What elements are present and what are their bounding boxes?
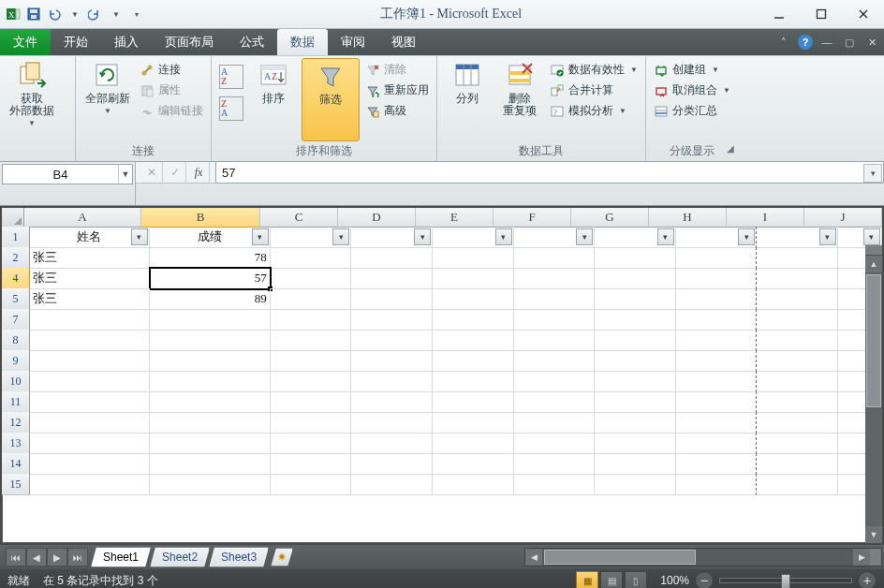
cell-I14[interactable]: [757, 453, 838, 475]
filter-dropdown-E[interactable]: ▾: [495, 228, 512, 245]
cell-E11[interactable]: [433, 391, 514, 413]
cell-I13[interactable]: [757, 433, 838, 454]
cell-D15[interactable]: [351, 474, 433, 495]
cell-F9[interactable]: [514, 350, 596, 372]
cell-C9[interactable]: [271, 350, 352, 372]
cell-A7[interactable]: [30, 309, 149, 331]
cell-G8[interactable]: [595, 330, 676, 351]
cell-H13[interactable]: [676, 433, 758, 454]
cell-I15[interactable]: [757, 474, 838, 495]
cell-H4[interactable]: [676, 268, 758, 289]
cell-E2[interactable]: [433, 247, 514, 269]
cell-B4[interactable]: 57: [150, 268, 271, 289]
column-header-H[interactable]: H: [649, 208, 727, 228]
formula-bar-expand-icon[interactable]: ▾: [863, 164, 882, 183]
ribbon-minimize-icon[interactable]: ˄: [775, 34, 792, 51]
cell-A11[interactable]: [30, 391, 149, 413]
cell-E7[interactable]: [433, 309, 514, 331]
cell-A12[interactable]: [30, 412, 149, 434]
cell-F5[interactable]: [514, 288, 596, 310]
cell-G10[interactable]: [595, 371, 676, 392]
sheet-tab-sheet1[interactable]: Sheet1: [91, 547, 151, 567]
cell-F7[interactable]: [514, 309, 596, 331]
scroll-thumb-h[interactable]: [544, 550, 696, 565]
sort-asc-button[interactable]: AZ: [217, 64, 245, 90]
mdi-close-icon[interactable]: ✕: [863, 34, 880, 51]
column-header-C[interactable]: C: [260, 208, 338, 228]
scroll-up-icon[interactable]: ▲: [865, 256, 882, 272]
cell-C10[interactable]: [271, 371, 352, 392]
cell-A14[interactable]: [30, 453, 149, 475]
tab-home[interactable]: 开始: [51, 29, 101, 55]
cell-E4[interactable]: [433, 268, 514, 289]
tab-formulas[interactable]: 公式: [227, 29, 277, 55]
cell-I9[interactable]: [757, 350, 838, 372]
cell-D14[interactable]: [351, 453, 433, 475]
filter-dropdown-G[interactable]: ▾: [657, 228, 674, 245]
split-box-v[interactable]: [865, 245, 882, 256]
filter-dropdown-C[interactable]: ▾: [332, 228, 349, 245]
cell-G11[interactable]: [595, 391, 676, 413]
view-normal-button[interactable]: ▦: [576, 571, 598, 588]
cell-G14[interactable]: [595, 453, 676, 475]
what-if-button[interactable]: ? 模拟分析 ▼: [548, 102, 640, 120]
cell-H1[interactable]: ▾: [676, 227, 758, 248]
fx-icon[interactable]: fx: [188, 162, 210, 183]
sheet-nav-first-icon[interactable]: ⏮: [6, 548, 26, 566]
cell-H7[interactable]: [676, 309, 758, 331]
ungroup-button[interactable]: 取消组合 ▼: [652, 81, 732, 99]
column-header-B[interactable]: B: [141, 208, 260, 228]
cell-B14[interactable]: [150, 453, 271, 475]
cell-G4[interactable]: [595, 268, 676, 289]
maximize-button[interactable]: [800, 4, 842, 24]
cell-I12[interactable]: [757, 412, 838, 434]
cell-B12[interactable]: [150, 412, 271, 434]
group-button[interactable]: 创建组 ▼: [652, 61, 732, 79]
sheet-tab-sheet2[interactable]: Sheet2: [150, 547, 210, 567]
filter-dropdown-D[interactable]: ▾: [414, 228, 431, 245]
scroll-left-icon[interactable]: ◀: [525, 549, 542, 566]
cell-A2[interactable]: 张三: [30, 247, 149, 269]
row-header-2[interactable]: 2: [2, 247, 30, 269]
cell-D9[interactable]: [351, 350, 433, 372]
sheet-nav-last-icon[interactable]: ⏭: [67, 548, 88, 566]
cell-B2[interactable]: 78: [150, 247, 271, 269]
cell-D8[interactable]: [351, 330, 433, 351]
sheet-tab-sheet3[interactable]: Sheet3: [209, 547, 269, 567]
redo-icon[interactable]: [88, 7, 103, 22]
filter-dropdown-F[interactable]: ▾: [576, 228, 593, 245]
horizontal-scrollbar[interactable]: ◀ ▶: [524, 548, 882, 566]
column-header-J[interactable]: J: [804, 208, 882, 228]
consolidate-button[interactable]: 合并计算: [548, 81, 640, 99]
sort-button[interactable]: AZ 排序: [249, 58, 298, 141]
scroll-thumb-v[interactable]: [866, 274, 881, 407]
cell-H10[interactable]: [676, 371, 758, 392]
cell-D10[interactable]: [351, 371, 433, 392]
name-box-dropdown-icon[interactable]: ▼: [118, 165, 132, 184]
cell-H8[interactable]: [676, 330, 758, 351]
formula-input[interactable]: 57: [215, 161, 884, 184]
filter-dropdown-I[interactable]: ▾: [819, 228, 836, 245]
mdi-restore-icon[interactable]: ▢: [841, 34, 858, 51]
split-box-h[interactable]: [870, 549, 881, 566]
cell-F8[interactable]: [514, 330, 596, 351]
cell-B8[interactable]: [150, 330, 271, 351]
text-to-columns-button[interactable]: 分列: [443, 58, 492, 141]
cell-B13[interactable]: [150, 433, 271, 454]
connections-button[interactable]: 连接: [138, 61, 205, 79]
cell-F11[interactable]: [514, 391, 596, 413]
cell-B9[interactable]: [150, 350, 271, 372]
subtotal-button[interactable]: 分类汇总: [652, 102, 732, 120]
column-header-I[interactable]: I: [727, 208, 804, 228]
cell-C5[interactable]: [271, 288, 352, 310]
name-box[interactable]: B4 ▼: [2, 164, 133, 184]
cell-C2[interactable]: [271, 247, 352, 269]
cell-G9[interactable]: [595, 350, 676, 372]
data-validation-button[interactable]: 数据有效性 ▼: [548, 61, 640, 79]
cell-B7[interactable]: [150, 309, 271, 331]
row-header-12[interactable]: 12: [2, 412, 30, 434]
tab-page-layout[interactable]: 页面布局: [152, 29, 227, 55]
cell-C14[interactable]: [271, 453, 352, 475]
cell-D4[interactable]: [351, 268, 433, 289]
zoom-slider[interactable]: [719, 578, 852, 583]
